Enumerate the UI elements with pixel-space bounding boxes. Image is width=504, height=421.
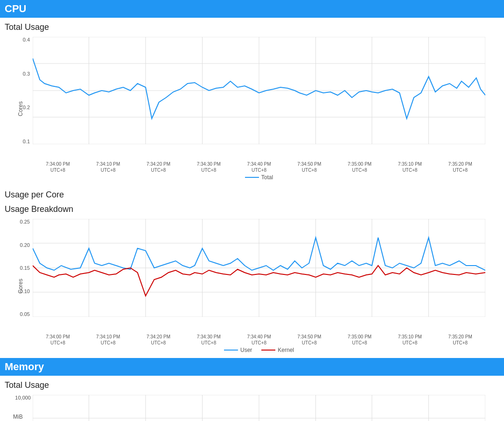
y-tick: 0.20 [15,242,30,248]
cpu-breakdown-x-labels: 7:34:00 PMUTC+8 7:34:10 PMUTC+8 7:34:20 … [33,332,485,346]
memory-label: Memory [5,361,44,372]
y-tick: 0.05 [15,311,30,317]
x-label: 7:34:10 PMUTC+8 [83,161,133,173]
x-label: 7:35:00 PMUTC+8 [335,161,385,173]
x-label: 7:34:30 PMUTC+8 [183,334,234,346]
y-tick: 0.10 [15,288,30,294]
legend-user: User [224,347,252,353]
legend-kernel: Kernel [261,347,294,353]
cpu-total-chart-wrapper: Cores 0.4 0.3 0.2 0.1 [9,37,490,181]
y-tick: 0.1 [15,139,30,144]
y-tick: 0.4 [15,37,30,42]
cpu-label: CPU [5,3,26,14]
x-label: 7:34:10 PMUTC+8 [83,334,133,346]
y-tick: 10,000 [15,395,31,400]
cpu-total-x-labels: 7:34:00 PMUTC+8 7:34:10 PMUTC+8 7:34:20 … [33,159,485,173]
total-usage-title: Total Usage [0,18,504,32]
x-label: 7:34:40 PMUTC+8 [234,334,284,346]
usage-per-core-title: Usage per Core [0,185,504,200]
x-label: 7:34:20 PMUTC+8 [133,334,184,346]
x-label: 7:34:00 PMUTC+8 [33,161,83,173]
cpu-breakdown-legend: User Kernel [33,347,485,353]
x-label: 7:34:30 PMUTC+8 [183,161,234,173]
legend-total-label: Total [261,174,273,181]
legend-total-line [245,177,259,178]
x-label: 7:35:00 PMUTC+8 [335,334,385,346]
y-tick: 0.15 [15,265,30,271]
x-label: 7:35:20 PMUTC+8 [435,161,485,173]
x-label: 7:34:00 PMUTC+8 [33,334,83,346]
memory-total-svg [33,395,485,421]
memory-total-usage-title: Total Usage [0,376,504,390]
memory-total-chart-wrapper: MiB 10,000 [9,395,490,421]
legend-kernel-label: Kernel [278,347,294,353]
cpu-total-legend: Total [33,174,485,181]
legend-user-label: User [240,347,252,353]
memory-y-axis-label: MiB [13,414,23,420]
x-label: 7:34:40 PMUTC+8 [234,161,284,173]
legend-kernel-line [261,350,275,351]
usage-breakdown-title: Usage Breakdown [0,200,504,214]
x-label: 7:34:50 PMUTC+8 [284,334,335,346]
memory-section-header: Memory [0,358,504,376]
y-tick: 0.2 [15,105,30,110]
x-label: 7:34:20 PMUTC+8 [133,161,184,173]
y-tick: 0.3 [15,71,30,77]
cpu-section-header: CPU [0,0,504,18]
cpu-total-svg [33,37,485,144]
cpu-breakdown-svg [33,219,485,317]
y-tick: 0.25 [15,219,30,225]
legend-total: Total [245,174,273,181]
x-label: 7:35:10 PMUTC+8 [385,334,435,346]
x-label: 7:34:50 PMUTC+8 [284,161,335,173]
x-label: 7:35:20 PMUTC+8 [435,334,485,346]
legend-user-line [224,350,238,351]
cpu-breakdown-chart-wrapper: Cores 0.25 0.20 0.15 0.10 0.05 [9,219,490,353]
x-label: 7:35:10 PMUTC+8 [385,161,435,173]
